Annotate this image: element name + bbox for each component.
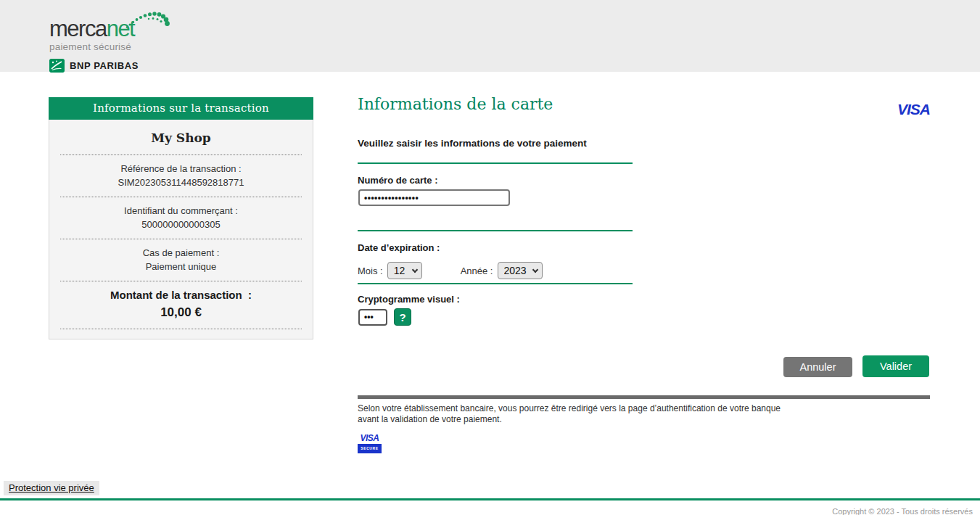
- cancel-button[interactable]: Annuler: [783, 357, 852, 377]
- visa-secure-wordmark: VISA: [358, 433, 382, 443]
- divider: [358, 230, 633, 231]
- mercanet-logo: mercanet paiement sécurisé BNP PARIBAS: [49, 7, 173, 73]
- payment-case-label: Cas de paiement :: [49, 246, 313, 260]
- transaction-panel-title: Informations sur la transaction: [49, 97, 313, 120]
- year-select[interactable]: 2023: [498, 262, 543, 279]
- transaction-reference-value: SIM202305311448592818771: [49, 176, 313, 189]
- submit-button[interactable]: Valider: [862, 355, 929, 377]
- brand-tagline: paiement sécurisé: [49, 41, 173, 52]
- card-number-input[interactable]: [358, 189, 510, 206]
- month-select[interactable]: 12: [387, 262, 422, 279]
- expiry-date-row: Mois : 12 Année : 2023: [358, 262, 543, 279]
- copyright-text: Copyright © 2023 - Tous droits réservés: [832, 507, 973, 515]
- bank-redirect-notice: Selon votre établissement bancaire, vous…: [358, 403, 781, 425]
- divider: [358, 283, 633, 284]
- merchant-id-row: Identifiant du commerçant : 500000000000…: [49, 197, 313, 239]
- merchant-id-value: 500000000000305: [49, 218, 313, 231]
- page-title: Informations de la carte: [358, 95, 553, 113]
- amount-row: Montant de la transaction : 10,00 €: [49, 281, 313, 329]
- month-select-wrap: 12: [387, 262, 422, 279]
- card-number-label: Numéro de carte :: [358, 175, 438, 186]
- visa-logo: VISA: [897, 101, 930, 118]
- divider: [358, 162, 633, 164]
- privacy-policy-link[interactable]: Protection vie privée: [4, 481, 99, 495]
- month-label: Mois :: [358, 265, 383, 276]
- divider: [60, 329, 302, 329]
- top-banner: mercanet paiement sécurisé BNP PARIBAS: [0, 0, 980, 72]
- year-select-wrap: 2023: [498, 262, 543, 279]
- cvv-input[interactable]: [358, 309, 387, 326]
- amount-value: 10,00 €: [49, 305, 313, 320]
- notice-line-1: Selon votre établissement bancaire, vous…: [358, 403, 781, 414]
- transaction-reference-label: Référence de la transaction :: [49, 162, 313, 176]
- transaction-reference-row: Référence de la transaction : SIM2023053…: [49, 155, 313, 197]
- cvv-label: Cryptogramme visuel :: [358, 294, 460, 305]
- payment-case-value: Paiement unique: [49, 260, 313, 273]
- form-instruction: Veuillez saisir les informations de votr…: [358, 138, 587, 149]
- bnp-paribas-logo: BNP PARIBAS: [49, 59, 173, 73]
- cvv-help-button[interactable]: ?: [394, 308, 411, 326]
- transaction-panel-body: My Shop Référence de la transaction : SI…: [49, 120, 313, 339]
- mercanet-wordmark: mercanet: [49, 17, 173, 41]
- visa-secure-label: SECURE: [358, 444, 382, 453]
- merchant-id-label: Identifiant du commerçant :: [49, 204, 313, 218]
- transaction-panel: Informations sur la transaction My Shop …: [49, 97, 313, 339]
- action-buttons: Annuler Valider: [358, 355, 929, 377]
- cvv-row: ?: [358, 308, 411, 326]
- divider: [358, 395, 930, 399]
- footer-divider: [0, 498, 980, 500]
- mercanet-dots-icon: [122, 9, 170, 33]
- shop-name: My Shop: [49, 120, 313, 154]
- brand-name-gray: merca: [49, 16, 107, 41]
- notice-line-2: avant la validation de votre paiement.: [358, 414, 781, 425]
- bnp-bank-name: BNP PARIBAS: [70, 60, 139, 71]
- payment-case-row: Cas de paiement : Paiement unique: [49, 239, 313, 281]
- visa-secure-badge: VISA SECURE: [358, 433, 382, 453]
- year-label: Année :: [461, 265, 493, 276]
- expiry-date-label: Date d’expiration :: [358, 242, 440, 253]
- payment-page: mercanet paiement sécurisé BNP PARIBAS I…: [0, 0, 980, 515]
- amount-label: Montant de la transaction :: [49, 289, 313, 301]
- bnp-emblem-icon: [49, 59, 65, 73]
